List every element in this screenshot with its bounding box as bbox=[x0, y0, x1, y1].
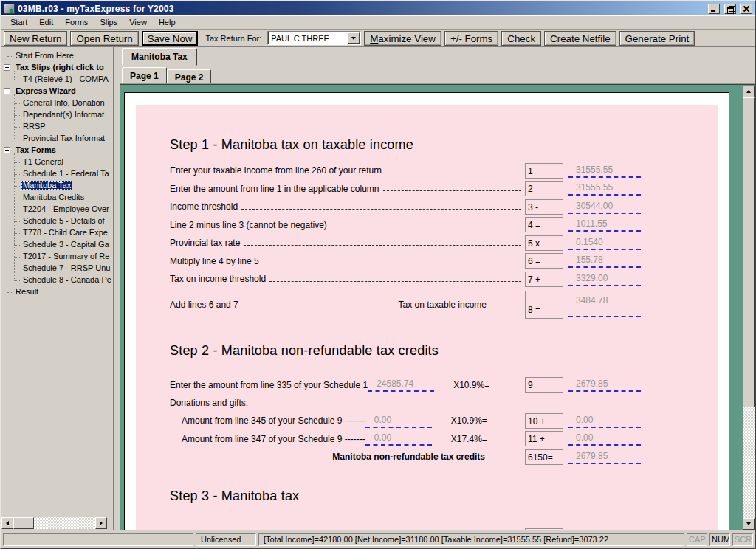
line4-value-field[interactable]: 1011.55 bbox=[568, 218, 641, 232]
page-tab-strip: Page 1 Page 2 bbox=[120, 66, 755, 84]
line345-amount-field[interactable]: 0.00 bbox=[365, 414, 432, 428]
form-row-line11: Amount from line 347 of your Schedule 9 … bbox=[170, 430, 641, 449]
tree-item-rrsp[interactable]: RRSP bbox=[1, 121, 113, 133]
minimize-icon[interactable] bbox=[708, 4, 720, 14]
menu-bar: Start Edit Forms Slips View Help bbox=[1, 15, 755, 30]
tree-item-manitoba-credits[interactable]: Manitoba Credits bbox=[1, 192, 113, 204]
line-number-box: 6 = bbox=[525, 253, 563, 269]
tree-item-express-wizard[interactable]: Express Wizard bbox=[1, 86, 113, 97]
combo-dropdown-button[interactable] bbox=[348, 32, 360, 44]
menu-view[interactable]: View bbox=[123, 16, 153, 28]
line6-value-field[interactable]: 155.78 bbox=[568, 254, 641, 268]
line-number-box: 5 x bbox=[525, 235, 563, 251]
line7-value-field[interactable]: 3329.00 bbox=[568, 272, 641, 286]
line-number-box: 2 bbox=[525, 181, 563, 196]
tree-item-manitoba-tax[interactable]: Manitoba Tax bbox=[1, 180, 113, 192]
status-empty-panel bbox=[3, 533, 193, 546]
form-row-line6: Multiply line 4 by line 5 6 = 155.78 bbox=[170, 252, 641, 271]
tree-item-t778[interactable]: T778 - Child Care Expe bbox=[1, 227, 113, 239]
tree-item-start-from-here[interactable]: Start From Here bbox=[1, 50, 113, 62]
arrow-left-icon bbox=[4, 521, 9, 525]
form-vertical-scrollbar[interactable] bbox=[743, 86, 755, 530]
line-number-box: 13 bbox=[525, 528, 563, 530]
form-row-line5: Provincial tax rate 5 x 0.1540 bbox=[170, 234, 641, 252]
tree-item-t1-general[interactable]: T1 General bbox=[1, 156, 113, 168]
line8-value-field[interactable]: 3484.78 bbox=[568, 292, 641, 317]
open-return-button[interactable]: Open Return bbox=[70, 31, 138, 46]
collapse-expander-icon[interactable] bbox=[4, 64, 10, 71]
taxpayer-select[interactable]: PAUL C THREE bbox=[267, 31, 361, 45]
tree-item-tax-forms[interactable]: Tax Forms bbox=[1, 145, 113, 156]
line13-value-field[interactable]: 3484.78 bbox=[568, 529, 641, 530]
line3-value-field[interactable]: 30544.00 bbox=[568, 200, 641, 214]
line-number-box: 8 = bbox=[525, 291, 563, 319]
line9-value-field[interactable]: 2679.85 bbox=[568, 378, 641, 392]
create-netfile-button[interactable]: Create Netfile bbox=[544, 31, 616, 46]
plus-minus-forms-button[interactable]: +/- Forms bbox=[444, 31, 498, 46]
menu-help[interactable]: Help bbox=[153, 16, 182, 28]
step3-title: Step 3 - Manitoba tax bbox=[170, 488, 641, 504]
tab-page-2[interactable]: Page 2 bbox=[167, 69, 212, 83]
form-tab-strip: Manitoba Tax bbox=[120, 47, 755, 66]
scrollbar-track[interactable] bbox=[34, 517, 95, 529]
restore-icon[interactable] bbox=[724, 4, 736, 14]
forms-tree-panel: Start From Here Tax Slips (right click t… bbox=[1, 47, 114, 530]
menu-start[interactable]: Start bbox=[4, 16, 33, 28]
scroll-left-button[interactable] bbox=[1, 517, 13, 529]
tree-item-dependants-info[interactable]: Dependant(s) Informat bbox=[1, 109, 113, 121]
tree-item-general-info[interactable]: General Info, Donation bbox=[1, 97, 113, 109]
line335-amount-field[interactable]: 24585.74 bbox=[368, 378, 434, 392]
scrollbar-track[interactable] bbox=[743, 407, 755, 518]
tree-horizontal-scrollbar[interactable] bbox=[1, 517, 107, 529]
collapse-expander-icon[interactable] bbox=[4, 88, 10, 94]
return-totals-status: [Total Income]=42180.00 [Net Income]=311… bbox=[258, 533, 684, 546]
tree-item-schedule3[interactable]: Schedule 3 - Capital Ga bbox=[1, 239, 113, 251]
tree-item-t2204[interactable]: T2204 - Employee Over bbox=[1, 204, 113, 215]
taxpayer-selected-value: PAUL C THREE bbox=[268, 34, 348, 43]
forms-tree: Start From Here Tax Slips (right click t… bbox=[1, 47, 113, 517]
line347-amount-field[interactable]: 0.00 bbox=[365, 432, 432, 446]
tree-item-provincial-tax-info[interactable]: Provincial Tax Informat bbox=[1, 133, 113, 145]
tab-page-1[interactable]: Page 1 bbox=[122, 67, 167, 83]
line-number-box: 3 - bbox=[525, 199, 563, 215]
tab-manitoba-tax[interactable]: Manitoba Tax bbox=[122, 48, 197, 66]
tax-return-for-label: Tax Return For: bbox=[201, 34, 264, 43]
tree-item-t4-releve1[interactable]: T4 (Relevé 1) - COMPA bbox=[1, 74, 113, 86]
menu-slips[interactable]: Slips bbox=[94, 16, 123, 28]
line-number-box: 6150= bbox=[525, 449, 563, 465]
tree-item-schedule1-federal[interactable]: Schedule 1 - Federal Ta bbox=[1, 168, 113, 180]
form-row-line3: Income threshold 3 - 30544.00 bbox=[170, 198, 641, 216]
chevron-down-icon bbox=[351, 37, 356, 42]
line2-value-field[interactable]: 31555.55 bbox=[568, 182, 641, 196]
check-button[interactable]: Check bbox=[501, 31, 541, 46]
scrollbar-thumb[interactable] bbox=[13, 517, 34, 529]
menu-edit[interactable]: Edit bbox=[33, 16, 59, 28]
tree-item-schedule8[interactable]: Schedule 8 - Canada Pe bbox=[1, 274, 113, 286]
line6150-value-field[interactable]: 2679.85 bbox=[568, 450, 641, 464]
tree-item-schedule7[interactable]: Schedule 7 - RRSP Unu bbox=[1, 263, 113, 274]
form-row-line1: Enter your taxable income from line 260 … bbox=[170, 162, 641, 180]
line11-value-field[interactable]: 0.00 bbox=[568, 432, 641, 446]
tree-item-schedule5[interactable]: Schedule 5 - Details of bbox=[1, 215, 113, 227]
new-return-button[interactable]: New Return bbox=[4, 31, 67, 46]
scroll-down-button[interactable] bbox=[743, 518, 755, 530]
close-icon[interactable] bbox=[740, 4, 752, 14]
save-now-button[interactable]: Save Now bbox=[142, 31, 199, 46]
tree-item-t2017[interactable]: T2017 - Summary of Re bbox=[1, 251, 113, 263]
panel-splitter[interactable] bbox=[114, 47, 120, 530]
collapse-expander-icon[interactable] bbox=[4, 147, 10, 153]
donations-and-gifts-label: Donations and gifts: bbox=[170, 394, 641, 412]
menu-forms[interactable]: Forms bbox=[59, 16, 94, 28]
step2-title: Step 2 - Manitoba non-refundable tax cre… bbox=[170, 343, 641, 359]
tree-item-result[interactable]: Result bbox=[1, 286, 113, 298]
scrollbar-thumb[interactable] bbox=[743, 97, 755, 407]
tree-item-tax-slips[interactable]: Tax Slips (right click to bbox=[1, 62, 113, 74]
generate-print-button[interactable]: Generate Print bbox=[619, 31, 695, 46]
scroll-up-button[interactable] bbox=[743, 86, 755, 97]
scroll-right-button[interactable] bbox=[95, 517, 107, 529]
maximize-view-button[interactable]: Maximize View bbox=[364, 31, 441, 46]
line10-value-field[interactable]: 0.00 bbox=[568, 414, 641, 428]
arrow-right-icon bbox=[100, 521, 105, 525]
line5-value-field[interactable]: 0.1540 bbox=[568, 236, 641, 250]
line1-value-field[interactable]: 31555.55 bbox=[568, 164, 641, 178]
